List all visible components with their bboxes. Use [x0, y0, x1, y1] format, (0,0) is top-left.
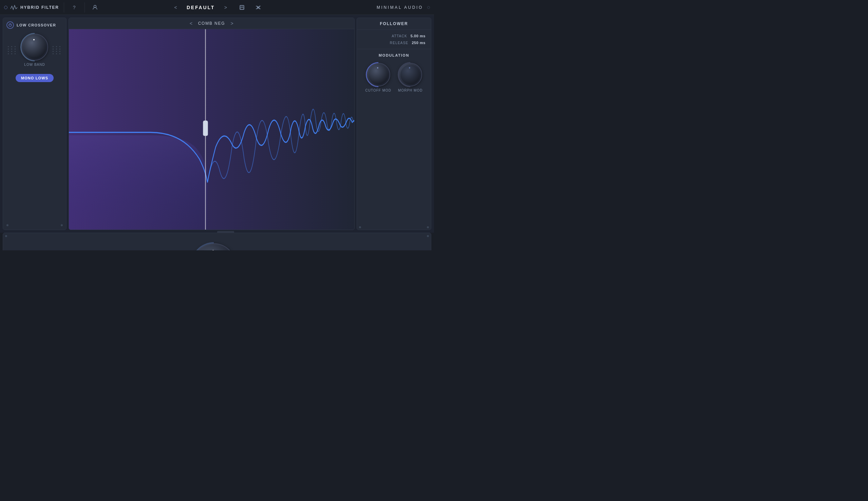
- corner-dot-br: [61, 224, 63, 226]
- center-panel: < COMB NEG >: [68, 18, 354, 230]
- top-bar-right: MINIMAL AUDIO: [325, 5, 430, 10]
- filter-display: [69, 29, 354, 230]
- waveform-icon: [10, 5, 18, 10]
- prev-preset-button[interactable]: <: [170, 2, 181, 13]
- follower-title: FOLLOWER: [380, 21, 408, 26]
- right-panel-footer: [357, 225, 431, 230]
- morph-mod-wrap: MORPH MOD: [398, 63, 422, 92]
- attack-label: ATTACK: [392, 34, 407, 38]
- svg-rect-3: [240, 8, 244, 9]
- dot-grid-right: [53, 46, 61, 54]
- release-row: RELEASE 250 ms: [362, 41, 425, 45]
- release-value[interactable]: 250 ms: [412, 41, 425, 45]
- brand-name: MINIMAL AUDIO: [377, 5, 423, 10]
- morph-mod-knob[interactable]: [398, 63, 422, 86]
- preset-name: DEFAULT: [187, 5, 215, 10]
- cutoff-mod-knob[interactable]: [367, 63, 390, 86]
- tab-right: [217, 231, 234, 233]
- help-button[interactable]: ?: [69, 2, 80, 13]
- left-panel: LOW CROSSOVER LOW BAND: [3, 18, 66, 230]
- low-band-label: LOW BAND: [24, 63, 45, 66]
- corner-tl: [5, 235, 7, 237]
- top-bar: HYBRID FILTER ? < DEFAULT > MINIMAL AUDI…: [0, 0, 434, 15]
- cutoff-mod-label: CUTOFF MOD: [366, 88, 391, 92]
- cutoff-mod-wrap: CUTOFF MOD: [366, 63, 391, 92]
- separator: [64, 2, 64, 12]
- user-button[interactable]: [89, 2, 100, 13]
- follower-header: FOLLOWER: [357, 18, 431, 30]
- plugin-title: HYBRID FILTER: [20, 5, 59, 10]
- cutoff-knob[interactable]: [192, 243, 236, 250]
- filter-header: < COMB NEG >: [69, 18, 354, 29]
- modulation-title: MODULATION: [379, 53, 409, 57]
- left-panel-body: LOW BAND: [7, 32, 63, 68]
- next-preset-button[interactable]: >: [220, 2, 231, 13]
- top-bar-corner-dot: [427, 6, 430, 9]
- filter-next-button[interactable]: >: [230, 21, 233, 26]
- morph-mod-label: MORPH MOD: [398, 88, 422, 92]
- mono-lows-button[interactable]: MONO LOWS: [15, 74, 54, 82]
- attack-value[interactable]: 5.00 ms: [411, 34, 425, 38]
- right-corner-dot-bl: [359, 226, 361, 228]
- release-label: RELEASE: [390, 41, 409, 45]
- filter-curve-svg: [69, 29, 354, 230]
- filter-name: COMB NEG: [198, 21, 225, 26]
- mono-lows-btn-wrap: MONO LOWS: [7, 71, 63, 82]
- filter-prev-button[interactable]: <: [190, 21, 193, 26]
- corner-tr: [427, 235, 429, 237]
- low-band-knob-wrap: LOW BAND: [21, 34, 48, 66]
- corner-dot-bl: [7, 224, 9, 226]
- low-band-knob[interactable]: [21, 34, 48, 61]
- save-button[interactable]: [236, 2, 247, 13]
- bottom-section: SPREAD MORPH CUTOFF TUNE RESONANCE: [3, 233, 431, 250]
- left-panel-footer: [7, 222, 63, 226]
- right-panel: FOLLOWER ATTACK 5.00 ms RELEASE 250 ms M…: [357, 18, 431, 230]
- dot-grid-left: [8, 46, 17, 54]
- svg-rect-7: [203, 120, 208, 136]
- left-panel-title: LOW CROSSOVER: [17, 23, 56, 27]
- cutoff-group: CUTOFF TUNE: [158, 243, 269, 250]
- separator2: [84, 2, 85, 12]
- right-corner-dot-br: [427, 226, 429, 228]
- modulation-section: MODULATION CUTOFF MOD: [357, 49, 431, 225]
- attack-row: ATTACK 5.00 ms: [362, 34, 425, 38]
- left-panel-header: LOW CROSSOVER: [7, 21, 63, 29]
- top-bar-center: < DEFAULT >: [112, 2, 322, 13]
- main-content: LOW CROSSOVER LOW BAND: [0, 15, 434, 233]
- follower-params: ATTACK 5.00 ms RELEASE 250 ms: [357, 30, 431, 49]
- shuffle-button[interactable]: [253, 2, 264, 13]
- power-dot-icon[interactable]: [4, 6, 8, 9]
- top-bar-left: HYBRID FILTER ?: [4, 2, 109, 13]
- mod-knobs-row: CUTOFF MOD MORPH MOD: [366, 63, 423, 92]
- power-button[interactable]: [7, 21, 14, 29]
